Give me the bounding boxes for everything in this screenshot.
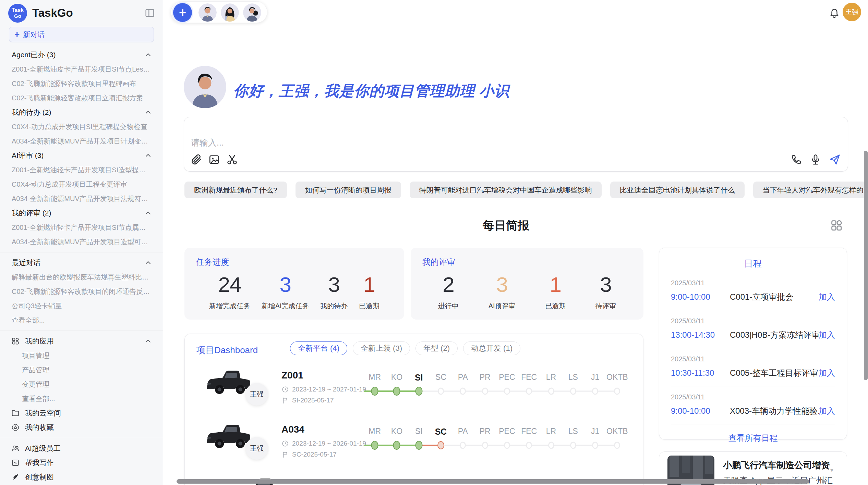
milestone-dot[interactable] [570,388,576,395]
view-all-schedule-link[interactable]: 查看所有日程 [659,433,847,444]
chat-input-placeholder[interactable]: 请输入... [191,137,224,148]
phone-icon[interactable] [790,153,803,166]
milestone-label: KO [386,373,408,383]
avatar-man[interactable] [198,3,217,22]
sidebar-item[interactable]: Z001-全新燃油轻卡产品开发项目SI造型提交物评审 [0,163,163,177]
milestone-dot[interactable] [548,442,554,449]
dashboard-tab[interactable]: 全新平台 (4) [290,341,347,355]
milestone-dot[interactable] [526,388,532,395]
sidebar-tool[interactable]: 创意制图 [0,470,163,484]
dashboard-tab[interactable]: 动总开发 (1) [463,341,520,355]
sidebar-section-header[interactable]: AI评审 (3) [0,148,163,163]
mic-icon[interactable] [809,153,822,166]
milestone-dot[interactable] [482,388,488,395]
recent-chat-item[interactable]: 解释最新出台的欧盟报废车法规再生塑料比例被调至15%... [0,270,163,284]
section-label: 最近对话 [12,258,40,268]
view-all-link[interactable]: 查看全部... [0,391,163,406]
suggestion-chip[interactable]: 如何写一份清晰的项目周报 [296,182,401,198]
join-link[interactable]: 加入 [819,329,835,340]
chevron-up-icon [144,337,153,346]
milestone-dot[interactable] [415,441,422,450]
sidebar-item[interactable]: C02-飞腾新能源轻客改款项目立项汇报方案 [0,91,163,105]
sidebar-item[interactable]: C0X4-动力总成开发项目SI里程碑提交物检查 [0,120,163,134]
sidebar-section-header[interactable]: 我的待办 (2) [0,105,163,120]
paperclip-icon[interactable] [190,153,203,166]
dashboard-tab[interactable]: 全新上装 (3) [353,341,410,355]
app-item[interactable]: 产品管理 [0,363,163,377]
sidebar-item[interactable]: A034-全新新能源MUV产品开发项目造型可行性评审 [0,235,163,249]
join-link[interactable]: 加入 [819,291,835,302]
new-chat-button[interactable]: + 新对话 [9,27,154,42]
notification-bell-icon[interactable] [828,8,841,20]
join-link[interactable]: 加入 [819,406,835,416]
layout-grid-icon[interactable] [830,219,843,232]
sidebar-item-star[interactable]: 我的收藏 [0,420,163,435]
suggestion-chip[interactable]: 特朗普可能对进口汽车增税会对中国车企造成哪些影响 [410,182,602,198]
sidebar-tool[interactable]: 帮我写作 [0,456,163,470]
milestone-dot[interactable] [504,388,510,395]
milestone-dot[interactable] [592,442,598,449]
vertical-scrollbar[interactable] [864,151,868,380]
event-name: C003|H0B-方案冻结评审 [730,329,819,340]
sidebar-item[interactable]: C02-飞腾新能源轻客改款项目里程碑画布 [0,76,163,91]
avatar-woman-long[interactable] [221,3,239,22]
sidebar-item[interactable]: C0X4-动力总成开发项目工程变更评审 [0,177,163,191]
sidebar-item[interactable]: Z001-全新燃油皮卡产品开发项目SI节点Lesson Learn报告 [0,62,163,76]
sidebar-item-folder[interactable]: 我的云空间 [0,406,163,420]
conversation-pill: + [171,1,267,23]
recent-chat-item[interactable]: 公司Q3轻卡销量 [0,299,163,313]
recent-chat-item[interactable]: C02-飞腾新能源轻客改款项目的闭环通告反馈情况 [0,284,163,299]
owner-avatar: 王强 [245,383,268,406]
send-icon[interactable] [829,153,841,166]
app-item[interactable]: 项目管理 [0,348,163,363]
milestone-dot[interactable] [393,387,400,396]
milestone-dot[interactable] [371,387,378,396]
horizontal-scrollbar[interactable] [177,479,809,484]
view-all-link[interactable]: 查看全部... [0,313,163,327]
sidebar-tool[interactable]: AI超级员工 [0,441,163,456]
section-label: Agent已办 (3) [12,50,56,60]
project-flag: SC-2025-05-17 [281,451,337,458]
tool-label: 帮我写作 [25,458,54,468]
new-conversation-button[interactable]: + [173,3,192,22]
app-item[interactable]: 变更管理 [0,377,163,391]
sidebar-section-header[interactable]: 我的评审 (2) [0,206,163,220]
scroll-down-arrow-icon[interactable]: ▼ [829,467,834,473]
sidebar-section-header[interactable]: 最近对话 [0,256,163,270]
suggestion-chip[interactable]: 比亚迪全固态电池计划具体说了什么 [610,182,745,198]
chat-input-card[interactable]: 请输入... [184,117,848,172]
milestone-dot[interactable] [504,442,510,449]
milestone-dot[interactable] [371,441,378,450]
collapse-sidebar-icon[interactable] [144,8,155,18]
milestone-label: SI [408,427,430,437]
milestone-dot[interactable] [393,441,400,450]
milestone-dot[interactable] [460,388,466,395]
milestone-dot[interactable] [526,442,532,449]
milestone-dot[interactable] [460,442,466,449]
scissors-icon[interactable] [226,153,238,166]
milestone-dot[interactable] [614,388,620,395]
scroll-right-arrow-icon[interactable]: ▶ [822,477,827,485]
sidebar-item[interactable]: A034-全新新能源MUV产品开发项目法规符合性评审 [0,191,163,206]
sidebar-section-header[interactable]: Agent已办 (3) [0,48,163,62]
join-link[interactable]: 加入 [819,368,835,378]
milestone-dot[interactable] [614,442,620,449]
milestone-dot[interactable] [415,387,422,396]
milestone-dot[interactable] [592,388,598,395]
sidebar-item[interactable]: A034-全新新能源MUV产品开发项目计划变更表编写 [0,134,163,148]
avatar-woman-bun[interactable] [243,3,261,22]
milestone-dot[interactable] [438,388,444,395]
sidebar-item[interactable]: Z001-全新燃油轻卡产品开发项目SI节点属性5D文件评审 [0,220,163,235]
milestone-dot[interactable] [437,441,444,449]
image-icon[interactable] [208,153,220,166]
milestone-dot[interactable] [548,388,554,395]
dashboard-tab[interactable]: 年型 (2) [415,341,458,355]
suggestion-chip[interactable]: 当下年轻人对汽车外观有怎样的喜好趋势 [753,182,868,198]
milestone-dot[interactable] [570,442,576,449]
sidebar-header: Task Go TaskGo [0,0,163,26]
user-avatar[interactable]: 王强 [843,3,861,21]
milestone-dot[interactable] [482,442,488,449]
stat-label: 进行中 [438,301,459,311]
sidebar-item-my-apps[interactable]: 我的应用 [0,334,163,348]
suggestion-chip[interactable]: 欧洲新规最近颁布了什么? [184,182,287,198]
